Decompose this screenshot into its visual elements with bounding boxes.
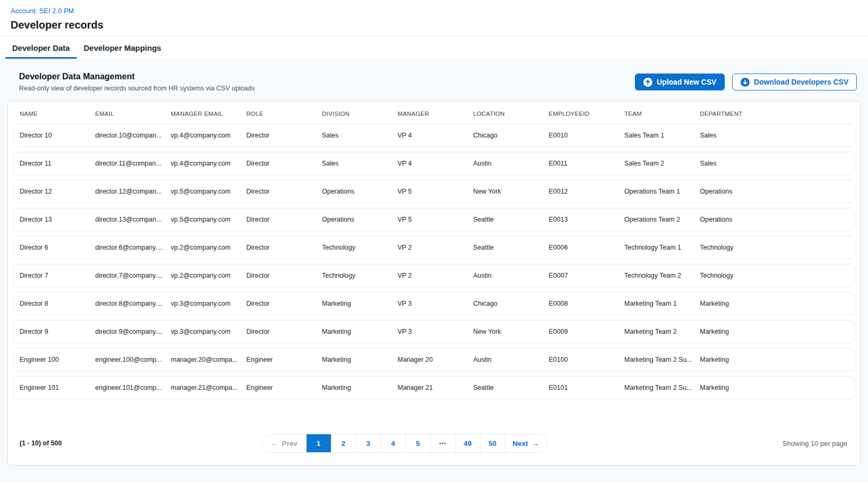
page-button-49[interactable]: 49 <box>455 434 480 452</box>
column-header: DIVISION <box>322 111 398 117</box>
table-cell: Director <box>246 272 322 279</box>
table-cell: VP 5 <box>398 188 473 195</box>
table-cell: VP 3 <box>398 300 473 307</box>
prev-label: Prev <box>282 440 297 447</box>
table-cell: Operations Team 2 <box>624 216 700 223</box>
table-cell: VP 4 <box>398 160 473 167</box>
table-cell: director.7@company.... <box>95 272 171 279</box>
next-page-button[interactable]: Next → <box>505 434 547 452</box>
page-title: Developer records <box>11 19 857 31</box>
table-cell: Engineer <box>246 384 322 391</box>
section-header: Developer Data Management Read-only view… <box>7 72 861 92</box>
pagination-bar: (1 - 10) of 500 ← Prev 12345•••4950 Next… <box>8 434 860 465</box>
next-label: Next <box>513 440 528 447</box>
table-cell: Director <box>246 188 322 195</box>
table-cell: engineer.100@comp... <box>95 356 171 363</box>
table-cell: Marketing <box>700 356 854 363</box>
table-cell: Sales <box>322 132 398 139</box>
page-button-50[interactable]: 50 <box>480 434 505 452</box>
page-button-4[interactable]: 4 <box>381 434 405 452</box>
action-buttons: Upload New CSV Download Developers CSV <box>635 74 857 90</box>
table-cell: Director <box>246 160 322 167</box>
column-header: ROLE <box>246 111 322 117</box>
table-cell: Director <box>246 300 322 307</box>
page-button-2[interactable]: 2 <box>331 434 356 452</box>
column-header: DEPARTMENT <box>700 111 857 117</box>
table-row: Director 6director.6@company....vp.2@com… <box>13 236 855 259</box>
table-cell: Marketing <box>322 300 398 307</box>
table-cell: New York <box>473 328 549 335</box>
table-cell: Marketing Team 1 <box>624 300 700 307</box>
tab-developer-data[interactable]: Developer Data <box>5 36 77 59</box>
table-cell: director.10@compan... <box>95 132 171 139</box>
main-content: Developer Data Management Read-only view… <box>0 59 868 482</box>
page-header: Account: SEI 2.0 PM Developer records <box>0 0 868 36</box>
table-cell: Chicago <box>473 300 549 307</box>
table-cell: Operations Team 1 <box>624 188 700 195</box>
table-row: Director 13director.13@compan...vp.5@com… <box>13 208 855 231</box>
table-cell: Seattle <box>473 384 549 391</box>
table-cell: VP 4 <box>398 132 473 139</box>
table-rows: Director 10director.10@compan...vp.4@com… <box>8 124 860 404</box>
account-link[interactable]: Account: SEI 2.0 PM <box>11 7 74 15</box>
column-header: MANAGER <box>398 111 473 117</box>
table-cell: Marketing <box>322 328 398 335</box>
page-button-3[interactable]: 3 <box>356 434 381 452</box>
table-cell: Marketing <box>700 384 854 391</box>
upload-csv-button[interactable]: Upload New CSV <box>635 74 725 90</box>
table-cell: Marketing <box>700 300 854 307</box>
table-cell: vp.3@company.com <box>171 300 246 307</box>
table-cell: vp.5@company.com <box>171 188 246 195</box>
table-cell: Operations <box>322 188 398 195</box>
table-cell: Director 11 <box>20 160 95 167</box>
table-cell: E0007 <box>549 272 624 279</box>
download-csv-button[interactable]: Download Developers CSV <box>732 74 857 90</box>
table-cell: E0013 <box>549 216 624 223</box>
page-button-5[interactable]: 5 <box>405 434 430 452</box>
table-cell: Seattle <box>473 216 549 223</box>
table-cell: Marketing Team 2 Su... <box>624 384 700 391</box>
table-cell: engineer.101@comp... <box>95 384 171 391</box>
column-header: NAME <box>20 111 95 117</box>
table-cell: Director <box>246 216 322 223</box>
table-cell: director.8@company.... <box>95 300 171 307</box>
table-cell: VP 5 <box>398 216 473 223</box>
table-cell: VP 2 <box>398 272 473 279</box>
column-header: MANAGER EMAIL <box>171 111 246 117</box>
table-cell: Engineer <box>246 356 322 363</box>
table-cell: Sales <box>322 160 398 167</box>
table-cell: New York <box>473 188 549 195</box>
table-cell: Engineer 100 <box>20 356 95 363</box>
table-cell: E0008 <box>549 300 624 307</box>
table-row: Engineer 101engineer.101@comp...manager.… <box>13 376 855 399</box>
table-row: Director 8director.8@company....vp.3@com… <box>13 292 855 315</box>
page-button-1[interactable]: 1 <box>306 434 331 452</box>
table-cell: Marketing <box>322 384 398 391</box>
table-row: Director 11director.11@compan...vp.4@com… <box>13 152 855 175</box>
table-cell: Technology Team 1 <box>624 244 700 251</box>
arrow-right-icon: → <box>532 440 539 447</box>
table-cell: Director <box>246 244 322 251</box>
table-cell: Director 12 <box>20 188 95 195</box>
table-cell: manager.20@compa... <box>171 356 246 363</box>
table-cell: Sales <box>700 132 854 139</box>
table-cell: vp.4@company.com <box>171 160 246 167</box>
table-cell: Chicago <box>473 132 549 139</box>
prev-page-button[interactable]: ← Prev <box>262 434 306 452</box>
table-cell: director.9@company.... <box>95 328 171 335</box>
table-cell: director.12@compan... <box>95 188 171 195</box>
table-cell: Technology <box>700 272 854 279</box>
table-cell: manager.21@compa... <box>171 384 246 391</box>
section-title: Developer Data Management <box>19 72 255 81</box>
section-title-block: Developer Data Management Read-only view… <box>19 72 255 92</box>
table-cell: vp.5@company.com <box>171 216 246 223</box>
upload-button-label: Upload New CSV <box>657 78 716 86</box>
tab-developer-mappings[interactable]: Developer Mappings <box>77 36 168 59</box>
result-range-label: (1 - 10) of 500 <box>20 440 291 447</box>
table-cell: Austin <box>473 160 549 167</box>
table-cell: Manager 21 <box>398 384 473 391</box>
table-row: Director 7director.7@company....vp.2@com… <box>13 264 855 287</box>
table-cell: vp.2@company.com <box>171 244 246 251</box>
column-header: EMAIL <box>95 111 171 117</box>
table-cell: E0012 <box>549 188 624 195</box>
